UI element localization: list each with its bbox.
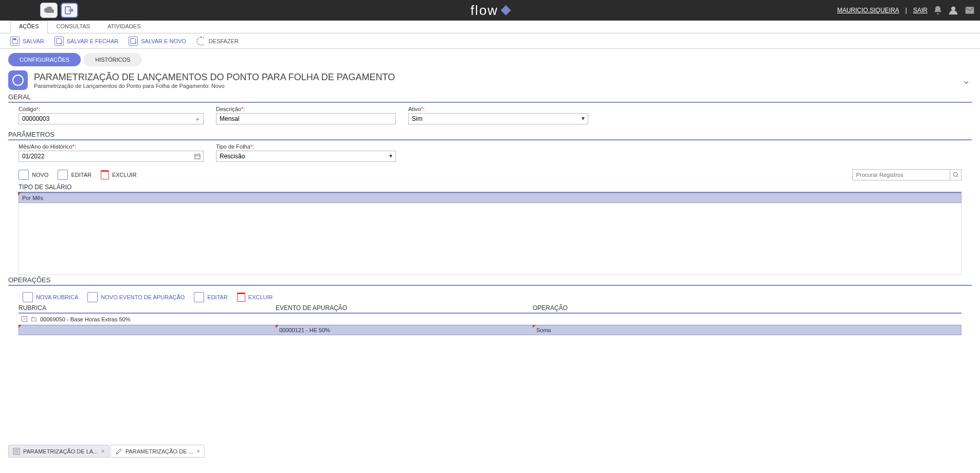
col-operacao: OPERAÇÃO bbox=[533, 304, 961, 312]
page-header: PARAMETRIZAÇÃO DE LANÇAMENTOS DO PONTO P… bbox=[0, 70, 980, 92]
page-subtitle: Parametrização de Lançamentos do Ponto p… bbox=[34, 83, 395, 89]
folder-icon: 🗀 bbox=[30, 315, 37, 323]
save-close-icon bbox=[55, 37, 64, 46]
top-bar: flow MAURICIO.SIQUEIRA | SAIR bbox=[0, 0, 980, 21]
calendar-icon[interactable] bbox=[193, 152, 202, 161]
lookup-icon[interactable]: » bbox=[193, 114, 202, 123]
ativo-select[interactable]: Sim bbox=[409, 114, 588, 124]
svg-point-1 bbox=[951, 7, 955, 11]
trash-icon bbox=[237, 293, 245, 302]
leaf-op: Soma bbox=[533, 327, 961, 333]
op-leaf-row[interactable]: 00000121 - HE 50% Soma bbox=[19, 325, 961, 335]
editar-op-button[interactable]: EDITAR bbox=[194, 292, 228, 302]
logo-diamond-icon bbox=[501, 5, 511, 15]
page-title: PARAMETRIZAÇÃO DE LANÇAMENTOS DO PONTO P… bbox=[34, 72, 395, 83]
logout-link[interactable]: SAIR bbox=[913, 7, 928, 14]
search-input[interactable] bbox=[852, 169, 950, 180]
salario-toolbar: NOVO EDITAR EXCLUIR bbox=[0, 167, 980, 181]
section-rule bbox=[8, 102, 972, 103]
section-rule bbox=[8, 285, 972, 286]
tab-atividades[interactable]: ATIVIDADES bbox=[99, 21, 150, 33]
actions-toolbar: SALVAR SALVAR E FECHAR SALVAR E NOVO DES… bbox=[0, 33, 980, 49]
page-icon bbox=[8, 70, 28, 90]
tree-collapse-icon[interactable]: − bbox=[22, 316, 27, 322]
undo-button[interactable]: DESFAZER bbox=[196, 37, 239, 46]
excluir-op-button[interactable]: EXCLUIR bbox=[237, 293, 273, 302]
app-logo: flow bbox=[470, 3, 510, 19]
codigo-label: Código*: bbox=[19, 106, 204, 112]
main-tabs: AÇÕES CONSULTAS ATIVIDADES bbox=[0, 21, 980, 33]
novo-evento-button[interactable]: NOVO EVENTO DE APURAÇÃO bbox=[87, 292, 185, 302]
user-icon[interactable] bbox=[948, 5, 958, 15]
user-name-link[interactable]: MAURICIO.SIQUEIRA bbox=[837, 7, 899, 14]
svg-point-5 bbox=[953, 172, 957, 176]
edit-icon bbox=[194, 292, 204, 302]
tipofolha-select[interactable]: Rescisão bbox=[216, 151, 395, 161]
excluir-button[interactable]: EXCLUIR bbox=[101, 170, 137, 179]
salario-grid-row[interactable]: Por Mês bbox=[19, 193, 961, 203]
svg-rect-3 bbox=[13, 39, 16, 40]
editar-button[interactable]: EDITAR bbox=[58, 170, 92, 180]
salario-grid-header: TIPO DE SALÁRIO bbox=[19, 184, 961, 193]
save-new-icon bbox=[129, 37, 138, 46]
svg-rect-4 bbox=[195, 154, 200, 159]
leaf-evento: 00000121 - HE 50% bbox=[276, 327, 533, 333]
descricao-input[interactable] bbox=[216, 114, 395, 124]
save-button[interactable]: SALVAR bbox=[10, 37, 44, 46]
operacoes-toolbar: NOVA RUBRICA NOVO EVENTO DE APURAÇÃO EDI… bbox=[0, 289, 980, 304]
tab-consultas[interactable]: CONSULTAS bbox=[48, 21, 99, 33]
novo-button[interactable]: NOVO bbox=[19, 170, 48, 180]
op-grid-body bbox=[19, 335, 961, 366]
salario-grid-body bbox=[19, 203, 961, 275]
mesano-label: Mês/Ano do Histórico*: bbox=[19, 143, 204, 150]
save-close-button[interactable]: SALVAR E FECHAR bbox=[55, 37, 118, 46]
plus-icon bbox=[87, 292, 98, 302]
descricao-label: Descrição*: bbox=[216, 106, 396, 112]
nova-rubrica-button[interactable]: NOVA RUBRICA bbox=[23, 292, 78, 302]
section-geral-label: GERAL bbox=[0, 92, 980, 101]
col-evento: EVENTO DE APURAÇÃO bbox=[276, 304, 533, 312]
search-button[interactable] bbox=[950, 169, 961, 180]
logo-text: flow bbox=[470, 3, 498, 19]
codigo-input[interactable] bbox=[19, 114, 203, 124]
plus-icon bbox=[23, 292, 33, 302]
ativo-label: Ativo*: bbox=[408, 106, 588, 112]
bell-icon[interactable] bbox=[933, 5, 943, 15]
tipofolha-label: Tipo de Folha*: bbox=[216, 143, 396, 150]
cloud-icon[interactable] bbox=[40, 3, 58, 18]
undo-icon bbox=[196, 37, 206, 46]
op-group-row[interactable]: − 🗀 00069050 - Base Horas Extras 50% bbox=[19, 314, 961, 325]
pill-historicos[interactable]: HISTÓRICOS bbox=[84, 53, 141, 66]
op-group-label: 00069050 - Base Horas Extras 50% bbox=[40, 316, 131, 322]
enter-icon[interactable] bbox=[61, 3, 78, 18]
geral-form-row: Código*: » Descrição*: Ativo*: Sim bbox=[0, 106, 980, 130]
save-new-button[interactable]: SALVAR E NOVO bbox=[129, 37, 186, 46]
plus-icon bbox=[19, 170, 29, 180]
chevron-down-icon[interactable]: ⌄ bbox=[962, 74, 971, 86]
edit-icon bbox=[58, 170, 68, 180]
save-icon bbox=[10, 37, 20, 46]
op-grid-header: RUBRICA EVENTO DE APURAÇÃO OPERAÇÃO bbox=[19, 304, 961, 314]
clock-icon bbox=[12, 75, 24, 86]
section-operacoes-label: OPERAÇÕES bbox=[0, 275, 980, 284]
col-rubrica: RUBRICA bbox=[19, 304, 276, 312]
section-parametros-label: PARÂMETROS bbox=[0, 130, 980, 138]
svg-rect-2 bbox=[966, 7, 974, 13]
mesano-input[interactable] bbox=[19, 151, 203, 161]
mail-icon[interactable] bbox=[964, 5, 976, 15]
tab-acoes[interactable]: AÇÕES bbox=[10, 21, 48, 33]
pill-tabs: CONFIGURAÇÕES HISTÓRICOS bbox=[0, 49, 980, 70]
section-rule bbox=[8, 139, 972, 140]
trash-icon bbox=[101, 170, 109, 179]
parametros-form-row: Mês/Ano do Histórico*: Tipo de Folha*: R… bbox=[0, 143, 980, 167]
pill-configuracoes[interactable]: CONFIGURAÇÕES bbox=[8, 53, 81, 66]
